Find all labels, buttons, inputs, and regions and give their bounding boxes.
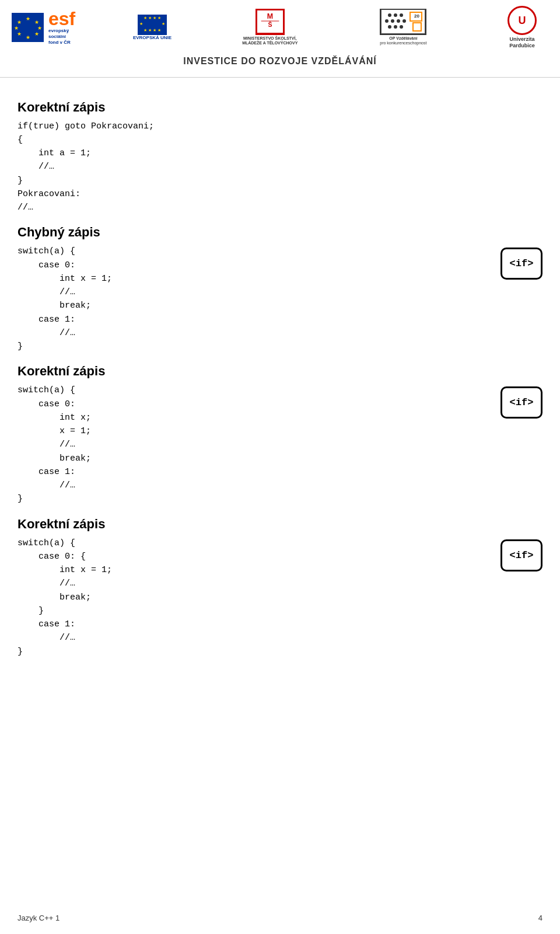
university-name: UniverzitaPardubice <box>509 36 535 49</box>
header: ★ ★ ★ ★ ★ ★ ★ ★ esf evropský sociální fo… <box>0 0 560 49</box>
section2-if-badge: <if> <box>501 248 542 280</box>
svg-point-23 <box>391 19 394 23</box>
svg-text:★: ★ <box>34 19 39 25</box>
footer: Jazyk C++ 1 4 <box>18 914 542 922</box>
svg-text:Š: Š <box>268 21 272 28</box>
eu-logo: ★ ★ ★ ★ ★ ★ ★ ★ ★ ★ EVROPSKÁ UNIE <box>133 15 172 40</box>
svg-point-19 <box>388 13 391 17</box>
svg-text:M: M <box>267 13 273 21</box>
svg-text:★: ★ <box>139 22 143 26</box>
svg-text:20: 20 <box>414 13 419 19</box>
section1-title: Korektní zápis <box>18 100 542 115</box>
svg-point-26 <box>388 25 391 29</box>
section1-code: if(true) goto Pokracovani; { int a = 1; … <box>18 120 542 215</box>
svg-point-25 <box>402 19 406 23</box>
footer-left: Jazyk C++ 1 <box>18 914 60 922</box>
esf-text: evropský sociální fond v ČR <box>48 28 75 46</box>
esf-flag-box: ★ ★ ★ ★ ★ ★ ★ ★ <box>12 13 44 42</box>
section2-code: switch(a) { case 0: int x = 1; //… break… <box>18 245 489 353</box>
footer-right: 4 <box>538 914 542 922</box>
op-text: OP Vzdělávání pro konkurenceschopnost <box>380 36 426 46</box>
esf-big-letter: esf <box>48 9 75 28</box>
svg-text:★ ★ ★ ★: ★ ★ ★ ★ <box>144 28 161 32</box>
section2-code-wrapper: switch(a) { case 0: int x = 1; //… break… <box>18 245 542 353</box>
header-divider <box>0 77 560 78</box>
eu-label: EVROPSKÁ UNIE <box>133 35 172 40</box>
msmt-emblem: M Š <box>256 9 285 35</box>
msmt-title: MINISTERSTVO ŠKOLSTVÍ,MLÁDEŽE A TĚLOVÝCH… <box>242 36 298 46</box>
section3-code-wrapper: switch(a) { case 0: int x; x = 1; //… br… <box>18 384 542 506</box>
svg-point-22 <box>385 19 388 23</box>
university-emblem: U <box>508 6 537 35</box>
svg-text:★: ★ <box>34 31 39 37</box>
section4-if-badge: <if> <box>501 539 542 571</box>
svg-point-27 <box>394 25 397 29</box>
svg-point-20 <box>394 13 397 17</box>
section2-title: Chybný zápis <box>18 225 542 240</box>
svg-point-24 <box>397 19 400 23</box>
svg-text:★: ★ <box>14 25 19 31</box>
main-content: Korektní zápis if(true) goto Pokracovani… <box>0 83 560 692</box>
svg-point-28 <box>400 25 403 29</box>
banner-title: INVESTICE DO ROZVOJE VZDĚLÁVÁNÍ <box>0 49 560 71</box>
op-logo: 20 OP Vzdělávání pro konkurenceschopnost <box>368 9 438 46</box>
svg-text:★: ★ <box>26 16 30 22</box>
svg-point-21 <box>400 13 403 17</box>
section1-code-wrapper: if(true) goto Pokracovani; { int a = 1; … <box>18 120 542 215</box>
section4-code: switch(a) { case 0: { int x = 1; //… bre… <box>18 536 489 658</box>
msmt-logo: M Š MINISTERSTVO ŠKOLSTVÍ,MLÁDEŽE A TĚLO… <box>229 9 311 46</box>
op-box: 20 <box>380 9 426 35</box>
section3-if-badge: <if> <box>501 386 542 419</box>
section3-code: switch(a) { case 0: int x; x = 1; //… br… <box>18 384 489 506</box>
svg-text:★: ★ <box>17 31 22 37</box>
svg-text:★: ★ <box>37 25 42 31</box>
section4-title: Korektní zápis <box>18 517 542 532</box>
svg-text:★: ★ <box>17 19 22 25</box>
university-logo: U UniverzitaPardubice <box>496 6 548 49</box>
svg-text:★: ★ <box>162 22 165 26</box>
svg-text:★: ★ <box>26 34 30 40</box>
section4-code-wrapper: switch(a) { case 0: { int x = 1; //… bre… <box>18 536 542 658</box>
section3-title: Korektní zápis <box>18 364 542 379</box>
esf-logo: ★ ★ ★ ★ ★ ★ ★ ★ esf evropský sociální fo… <box>12 9 75 46</box>
svg-text:★ ★ ★ ★: ★ ★ ★ ★ <box>144 16 161 20</box>
eu-flag: ★ ★ ★ ★ ★ ★ ★ ★ ★ ★ <box>138 15 167 35</box>
